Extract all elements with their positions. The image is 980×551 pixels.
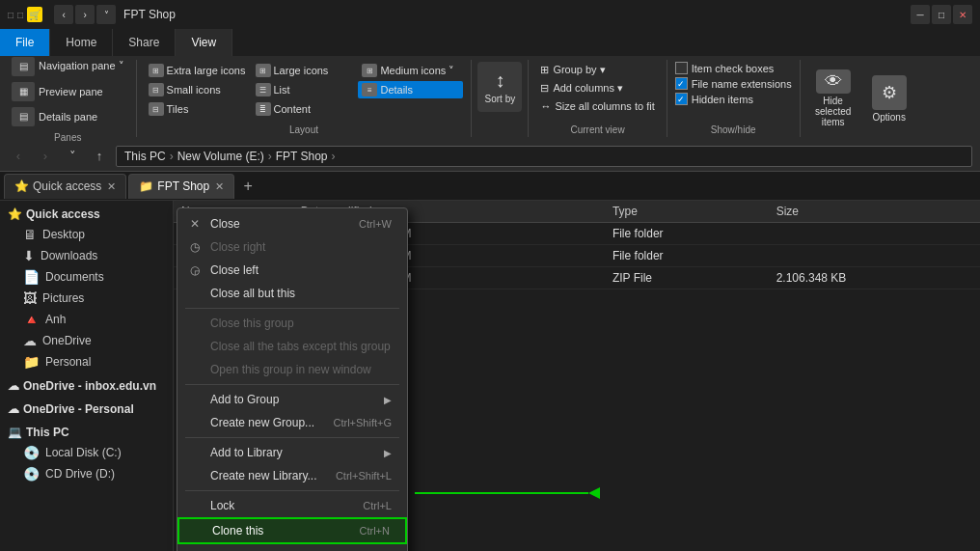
nav-recent-title[interactable]: ˅: [96, 5, 116, 24]
type-cell: File folder: [605, 245, 769, 267]
sidebar-item-anh[interactable]: 🔺 Anh: [0, 309, 173, 330]
tab-fptshop[interactable]: 📁 FPT Shop ✕: [128, 174, 234, 199]
up-btn[interactable]: ↑: [89, 146, 110, 167]
onedrive-inbox-header[interactable]: ☁ OneDrive - inbox.edu.vn: [0, 376, 173, 396]
ctx-clone-this-shortcut: Ctrl+N: [360, 525, 390, 537]
ctx-create-new-group[interactable]: Create new Group... Ctrl+Shift+G: [177, 411, 407, 434]
forward-btn[interactable]: ›: [35, 146, 56, 167]
ctx-close-left-icon: ◶: [187, 263, 203, 277]
documents-label: Documents: [45, 270, 104, 284]
col-size[interactable]: Size: [769, 201, 980, 223]
small-icons-btn[interactable]: ⊟ Small icons: [145, 81, 250, 98]
sidebar-item-cd-drive[interactable]: 💿 CD Drive (D:): [0, 463, 173, 484]
preview-pane-btn[interactable]: ▦ Preview pane: [8, 80, 128, 103]
sidebar-item-personal[interactable]: 📁 Personal: [0, 351, 173, 372]
group-by-btn[interactable]: ⊞ Group by ▾: [536, 62, 658, 78]
anh-icon: 🔺: [23, 312, 40, 327]
context-menu: ✕ Close Ctrl+W ◷ Close right ◶ Close lef…: [177, 207, 408, 551]
col-type[interactable]: Type: [605, 201, 769, 223]
tiles-btn[interactable]: ⊟ Tiles: [145, 100, 250, 118]
item-check-boxes-checkbox[interactable]: [675, 62, 688, 74]
quick-access-header[interactable]: ⭐ Quick access: [0, 205, 173, 224]
minimize-btn[interactable]: ─: [911, 5, 930, 24]
hide-options-group: 👁 Hide selected items ⚙ Options: [801, 60, 920, 137]
onedrive-personal-header[interactable]: ☁ OneDrive - Personal: [0, 399, 173, 419]
ctx-close[interactable]: ✕ Close Ctrl+W: [177, 212, 407, 235]
ctx-lock[interactable]: Lock Ctrl+L: [177, 494, 407, 517]
sidebar-item-pictures[interactable]: 🖼 Pictures: [0, 288, 173, 309]
file-name-extensions-checkbox[interactable]: ✓: [675, 77, 688, 90]
medium-icons-btn[interactable]: ⊞ Medium icons ˅: [358, 62, 463, 79]
medium-icons-icon: ⊞: [362, 64, 377, 77]
extra-large-icons-btn[interactable]: ⊞ Extra large icons: [145, 62, 250, 79]
hidden-items-checkbox[interactable]: ✓: [675, 93, 688, 105]
tab-home[interactable]: Home: [50, 29, 113, 56]
large-icons-icon: ⊞: [256, 64, 271, 77]
thispc-header[interactable]: 💻 This PC: [0, 423, 173, 442]
ctx-open-new-window[interactable]: Open new window: [177, 544, 407, 551]
ctx-close-group[interactable]: Close this group: [177, 312, 407, 335]
sidebar-item-desktop[interactable]: 🖥 Desktop: [0, 224, 173, 245]
ctx-clone-this[interactable]: Clone this Ctrl+N: [177, 517, 407, 544]
documents-icon: 📄: [23, 269, 40, 285]
hide-selected-items-btn[interactable]: 👁 Hide selected items: [808, 69, 858, 127]
maximize-btn[interactable]: □: [932, 5, 951, 24]
ctx-close-left[interactable]: ◶ Close left: [177, 259, 407, 282]
tab-view[interactable]: View: [176, 29, 232, 56]
details-btn[interactable]: ≡ Details: [358, 81, 463, 98]
tab-quick-access[interactable]: ⭐ Quick access ✕: [4, 174, 126, 199]
breadcrumb-newvolume[interactable]: New Volume (E:): [177, 150, 264, 163]
file-name-extensions-label: File name extensions: [692, 78, 792, 90]
ctx-add-to-group[interactable]: Add to Group ▶: [177, 388, 407, 411]
sidebar-item-onedrive[interactable]: ☁ OneDrive: [0, 330, 173, 351]
ctx-create-new-library[interactable]: Create new Library... Ctrl+Shift+L: [177, 464, 407, 487]
ctx-close-all-except-group-label: Close all the tabs except this group: [210, 340, 391, 353]
tab-quick-access-close[interactable]: ✕: [107, 180, 116, 193]
sidebar-item-documents[interactable]: 📄 Documents: [0, 266, 173, 288]
breadcrumb-fptshop[interactable]: FPT Shop: [276, 150, 328, 163]
ribbon-content: ▤ Navigation pane ˅ ▦ Preview pane ▤ Det…: [0, 56, 980, 141]
hide-sel-icon: 👁: [816, 69, 851, 94]
quick-access-header-icon: ⭐: [8, 207, 22, 221]
back-btn[interactable]: ‹: [8, 146, 29, 167]
ctx-add-to-library[interactable]: Add to Library ▶: [177, 441, 407, 464]
tab-add-btn[interactable]: +: [236, 175, 259, 198]
tab-share[interactable]: Share: [113, 29, 176, 56]
breadcrumb-thispc[interactable]: This PC: [124, 150, 166, 163]
tab-file[interactable]: File: [0, 29, 50, 56]
recent-btn[interactable]: ˅: [62, 146, 83, 167]
ctx-close-all-but[interactable]: Close all but this: [177, 282, 407, 305]
nav-forward-title[interactable]: ›: [75, 5, 95, 24]
ribbon-tabs: File Home Share View: [0, 29, 980, 56]
address-path[interactable]: This PC › New Volume (E:) › FPT Shop ›: [116, 146, 972, 167]
tab-quick-access-label: Quick access: [33, 179, 101, 193]
sort-icon: ↕: [495, 69, 504, 92]
navigation-pane-btn[interactable]: ▤ Navigation pane ˅: [8, 55, 128, 78]
details-pane-btn[interactable]: ▤ Details pane: [8, 105, 128, 128]
tab-quick-access-icon: ⭐: [14, 179, 29, 193]
onedrive-inbox-label: OneDrive - inbox.edu.vn: [23, 379, 156, 393]
tab-fptshop-close[interactable]: ✕: [215, 180, 224, 193]
options-btn[interactable]: ⚙ Options: [866, 69, 912, 127]
onedrive-personal-label: OneDrive - Personal: [23, 402, 134, 416]
tab-bar: ⭐ Quick access ✕ 📁 FPT Shop ✕ +: [0, 172, 980, 201]
personal-icon: 📁: [23, 354, 40, 370]
large-icons-btn[interactable]: ⊞ Large icons: [252, 62, 357, 79]
list-btn[interactable]: ☰ List: [252, 81, 357, 98]
hidden-items-toggle[interactable]: ✓ Hidden items: [675, 93, 792, 105]
ctx-close-all-except-group[interactable]: Close all the tabs except this group: [177, 335, 407, 358]
close-btn[interactable]: ✕: [953, 5, 972, 24]
nav-back-title[interactable]: ‹: [54, 5, 73, 24]
title-nav: ‹ › ˅: [54, 5, 116, 24]
item-check-boxes-toggle[interactable]: Item check boxes: [675, 62, 792, 74]
ctx-open-group-new-window[interactable]: Open this group in new window: [177, 358, 407, 381]
add-columns-btn[interactable]: ⊟ Add columns ▾: [536, 80, 658, 96]
ctx-close-left-label: Close left: [210, 263, 259, 277]
sort-by-btn[interactable]: ↕ Sort by: [477, 62, 522, 112]
content-btn[interactable]: ≣ Content: [252, 100, 357, 118]
ctx-close-right[interactable]: ◷ Close right: [177, 235, 407, 259]
file-name-extensions-toggle[interactable]: ✓ File name extensions: [675, 77, 792, 90]
sidebar-item-local-disk[interactable]: 💿 Local Disk (C:): [0, 442, 173, 463]
sidebar-item-downloads[interactable]: ⬇ Downloads: [0, 245, 173, 266]
size-all-columns-btn[interactable]: ↔ Size all columns to fit: [536, 98, 658, 114]
